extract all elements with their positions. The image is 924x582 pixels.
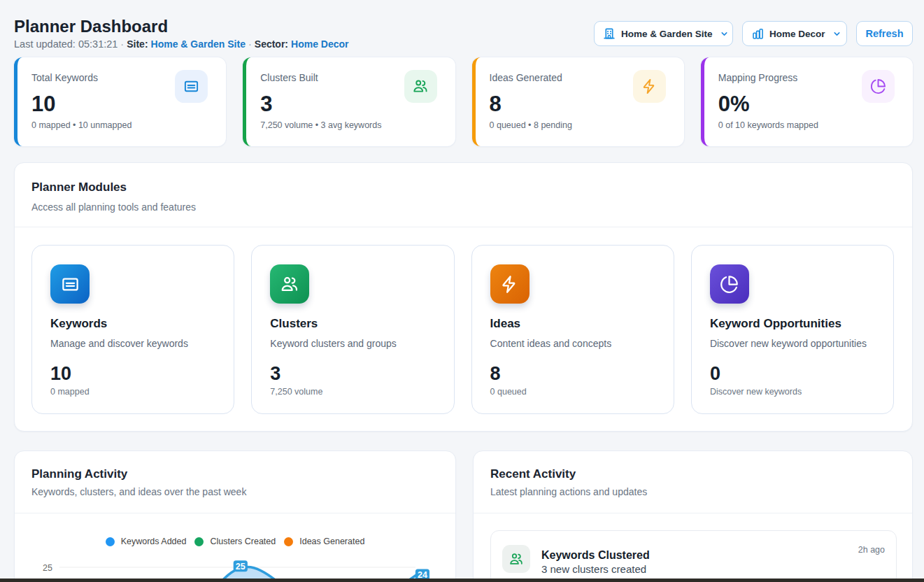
svg-text:25: 25: [236, 562, 246, 572]
svg-text:25: 25: [43, 563, 52, 573]
